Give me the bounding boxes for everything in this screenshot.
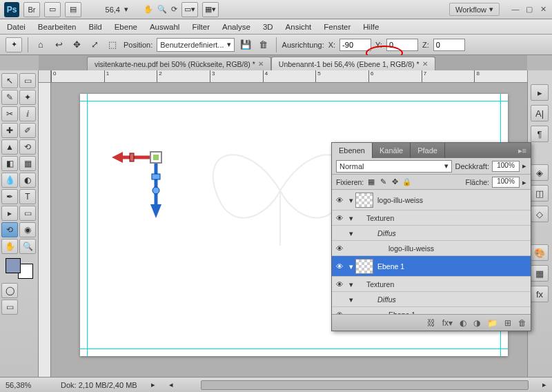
menu-window[interactable]: Fenster [324, 23, 351, 31]
tab-layers[interactable]: Ebenen [332, 143, 373, 158]
gradient-tool[interactable]: ▦ [19, 156, 36, 171]
new-layer-icon[interactable]: ⊞ [504, 318, 511, 328]
move-tool[interactable]: ↖ [1, 73, 18, 88]
screen-mode-toggle[interactable]: ▭ [1, 300, 18, 315]
tool-preset-icon[interactable]: ✦ [6, 37, 22, 52]
layer-thumbnail[interactable] [355, 259, 373, 274]
channels-panel-icon[interactable]: ◫ [531, 185, 549, 202]
layer-row[interactable]: 👁logo-illu-weiss [332, 241, 531, 256]
layer-row[interactable]: 👁▾logo-illu-weiss [332, 190, 531, 210]
home-icon[interactable]: ⌂ [34, 38, 48, 52]
lock-pixels-icon[interactable]: ✎ [378, 177, 388, 186]
zoom-tool[interactable]: 🔍 [19, 239, 36, 254]
history-brush-icon[interactable]: ▤ [65, 2, 81, 17]
orientation-z-input[interactable] [433, 39, 465, 51]
layer-name[interactable]: Ebene 1 [377, 262, 404, 271]
layer-name[interactable]: Diffus [377, 229, 396, 237]
3d-rotate-tool[interactable]: ⟲ [1, 222, 18, 237]
layer-name[interactable]: logo-illu-weiss [377, 196, 423, 204]
status-zoom[interactable]: 56,38% [6, 381, 47, 389]
cube-icon[interactable]: ⬚ [106, 38, 119, 52]
layer-mask-icon[interactable]: ◐ [460, 318, 466, 328]
visibility-toggle[interactable]: 👁 [332, 311, 347, 315]
3d-axis-widget[interactable] [110, 137, 193, 226]
brush-tool[interactable]: ✐ [19, 123, 36, 138]
layer-name[interactable]: Texturen [366, 214, 394, 222]
close-tab-icon[interactable]: ✕ [422, 60, 428, 68]
layer-name[interactable]: Texturen [366, 280, 394, 288]
rotate-view-icon[interactable]: ⟳ [171, 5, 177, 14]
menu-image[interactable]: Bild [88, 23, 101, 31]
path-select-tool[interactable]: ▸ [1, 206, 18, 221]
layer-row[interactable]: 👁▾Texturen [332, 210, 531, 226]
return-icon[interactable]: ↩ [52, 38, 66, 52]
layer-thumbnail[interactable] [355, 193, 373, 208]
close-tab-icon[interactable]: ✕ [258, 60, 264, 68]
layer-list[interactable]: 👁▾logo-illu-weiss👁▾Texturen▾Diffus👁logo-… [332, 190, 531, 314]
visibility-toggle[interactable]: 👁 [332, 196, 347, 204]
styles-panel-icon[interactable]: fx [531, 286, 549, 302]
crop-tool[interactable]: ✂ [1, 106, 18, 121]
visibility-toggle[interactable]: 👁 [332, 214, 347, 222]
fill-input[interactable]: 100% [492, 177, 520, 188]
blur-tool[interactable]: 💧 [1, 173, 18, 188]
ruler-horizontal[interactable]: 012345678 [51, 70, 527, 83]
layer-row[interactable]: 👁▾Texturen [332, 277, 531, 292]
opacity-input[interactable]: 100% [492, 161, 520, 172]
layer-row[interactable]: ▾Diffus [332, 226, 531, 241]
layer-row[interactable]: 👁Ebene 1 [332, 307, 531, 314]
orientation-y-input[interactable] [386, 39, 418, 51]
minimize-button[interactable]: — [511, 5, 520, 14]
layer-name[interactable]: logo-illu-weiss [388, 244, 434, 253]
lock-transparency-icon[interactable]: ▦ [366, 177, 376, 186]
layer-name[interactable]: Diffus [377, 295, 396, 304]
3d-camera-tool[interactable]: ◉ [19, 222, 36, 237]
eyedropper-tool[interactable]: ⅈ [19, 106, 36, 121]
ruler-vertical[interactable] [39, 83, 51, 377]
arrange-docs-button[interactable]: ▦▾ [202, 2, 219, 17]
visibility-toggle[interactable]: 👁 [332, 262, 347, 271]
position-dropdown[interactable]: Benutzerdefiniert...▾ [157, 38, 234, 52]
marquee-tool[interactable]: ▭ [19, 73, 36, 88]
menu-analysis[interactable]: Analyse [222, 23, 250, 31]
orientation-x-input[interactable] [339, 39, 371, 51]
layer-name[interactable]: Ebene 1 [388, 311, 415, 315]
move-icon[interactable]: ✥ [70, 38, 83, 52]
pen-tool[interactable]: ✒ [1, 189, 18, 204]
paths-panel-icon[interactable]: ◇ [531, 206, 549, 222]
visibility-toggle[interactable]: 👁 [332, 280, 347, 288]
close-button[interactable]: ✕ [538, 5, 548, 14]
type-tool[interactable]: T [19, 189, 36, 204]
workspace-switcher[interactable]: Workflow▾ [449, 3, 500, 16]
mini-bridge-button[interactable]: ▭ [44, 2, 61, 17]
adjustment-layer-icon[interactable]: ◑ [473, 318, 480, 328]
quick-select-tool[interactable]: ✦ [19, 90, 36, 105]
bridge-button[interactable]: Br [23, 2, 40, 17]
lock-all-icon[interactable]: 🔒 [402, 177, 411, 186]
lasso-tool[interactable]: ✎ [1, 90, 18, 105]
maximize-button[interactable]: ▢ [524, 5, 534, 14]
dock-collapse-icon[interactable]: ▸ [531, 84, 549, 101]
scale-icon[interactable]: ⤢ [88, 38, 101, 52]
menu-select[interactable]: Auswahl [150, 23, 179, 31]
color-swatches[interactable] [6, 258, 33, 279]
zoom-level[interactable]: 56,4 [86, 6, 120, 14]
menu-3d[interactable]: 3D [263, 23, 273, 31]
quick-mask-button[interactable]: ◯ [1, 283, 18, 298]
zoom-tool-icon[interactable]: 🔍 [157, 5, 167, 14]
dodge-tool[interactable]: ◐ [19, 173, 36, 188]
disclosure-triangle[interactable]: ▾ [347, 214, 355, 222]
lock-position-icon[interactable]: ✥ [390, 177, 400, 186]
color-panel-icon[interactable]: 🎨 [531, 244, 549, 261]
disclosure-triangle[interactable]: ▾ [347, 280, 355, 288]
menu-file[interactable]: Datei [7, 23, 26, 31]
layer-row[interactable]: ▾Diffus [332, 292, 531, 307]
ruler-origin[interactable] [39, 70, 51, 83]
layers-panel-icon[interactable]: ◈ [531, 164, 549, 181]
disclosure-triangle[interactable]: ▾ [347, 262, 355, 271]
hand-tool[interactable]: ✋ [1, 239, 18, 254]
horizontal-scrollbar[interactable] [201, 380, 529, 390]
panel-menu-icon[interactable]: ▸≡ [514, 146, 531, 155]
layer-row[interactable]: 👁▾Ebene 1 [332, 256, 531, 277]
layer-fx-icon[interactable]: fx▾ [442, 318, 453, 328]
